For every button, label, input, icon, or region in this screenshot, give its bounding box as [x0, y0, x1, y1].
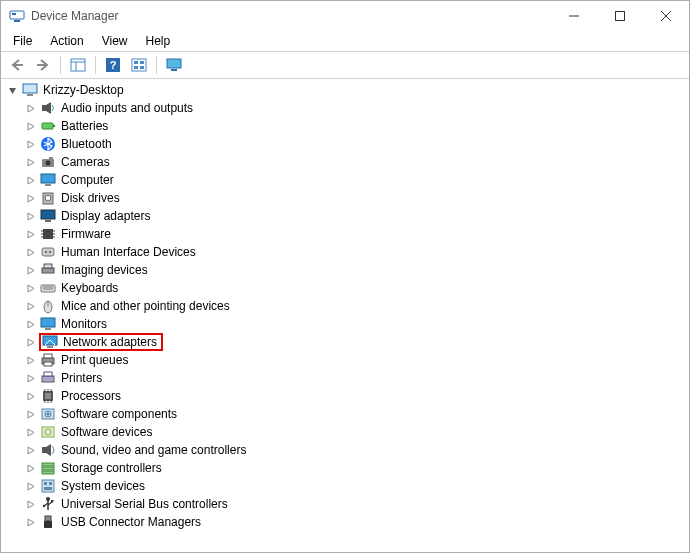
expand-icon[interactable] [23, 263, 37, 277]
help-button[interactable]: ? [101, 54, 125, 76]
tree-item-label: Bluetooth [61, 137, 112, 151]
expand-icon[interactable] [23, 209, 37, 223]
tree-item[interactable]: Computer [3, 171, 689, 189]
tree-item[interactable]: USB Connector Managers [3, 513, 689, 531]
expand-icon[interactable] [23, 515, 37, 529]
expand-icon[interactable] [23, 119, 37, 133]
highlight-box: Network adapters [39, 333, 163, 351]
tree-item[interactable]: System devices [3, 477, 689, 495]
tree-item[interactable]: Display adapters [3, 207, 689, 225]
tree-item-label: Software devices [61, 425, 152, 439]
bluetooth-icon [39, 136, 57, 152]
tree-item[interactable]: Keyboards [3, 279, 689, 297]
expand-icon[interactable] [23, 191, 37, 205]
storage-icon [39, 460, 57, 476]
computer-icon [21, 82, 39, 98]
tree-item[interactable]: Imaging devices [3, 261, 689, 279]
expand-icon[interactable] [23, 335, 37, 349]
tree-item-label: Storage controllers [61, 461, 162, 475]
expand-icon[interactable] [23, 173, 37, 187]
expand-icon[interactable] [23, 101, 37, 115]
tree-item-label: Printers [61, 371, 102, 385]
tree-item-label: Audio inputs and outputs [61, 101, 193, 115]
expand-icon[interactable] [23, 497, 37, 511]
title-bar: Device Manager [1, 1, 689, 31]
tree-item[interactable]: Network adapters [3, 333, 689, 351]
tree-item[interactable]: Cameras [3, 153, 689, 171]
tree-item[interactable]: Software devices [3, 423, 689, 441]
menu-action[interactable]: Action [42, 32, 91, 50]
network-icon [41, 334, 59, 350]
tree-item[interactable]: Human Interface Devices [3, 243, 689, 261]
tree-root[interactable]: Krizzy-Desktop [3, 81, 689, 99]
menu-help[interactable]: Help [138, 32, 179, 50]
tree-item[interactable]: Mice and other pointing devices [3, 297, 689, 315]
software-icon [39, 406, 57, 422]
menu-view[interactable]: View [94, 32, 136, 50]
tree-item-label: Software components [61, 407, 177, 421]
menu-file[interactable]: File [5, 32, 40, 50]
sound-icon [39, 442, 57, 458]
expand-icon[interactable] [23, 227, 37, 241]
show-monitor-button[interactable] [162, 54, 186, 76]
tree-item[interactable]: Processors [3, 387, 689, 405]
expand-icon[interactable] [23, 317, 37, 331]
device-tree[interactable]: Krizzy-Desktop Audio inputs and outputsB… [1, 79, 689, 552]
expand-icon[interactable] [23, 407, 37, 421]
hid-icon [39, 244, 57, 260]
expand-icon[interactable] [23, 299, 37, 313]
tree-item[interactable]: Disk drives [3, 189, 689, 207]
expand-icon[interactable] [23, 479, 37, 493]
disk-icon [39, 190, 57, 206]
tree-item[interactable]: Bluetooth [3, 135, 689, 153]
printer-icon [39, 352, 57, 368]
tree-item-label: Network adapters [63, 335, 157, 349]
tree-item[interactable]: Universal Serial Bus controllers [3, 495, 689, 513]
tree-item-label: System devices [61, 479, 145, 493]
expand-icon[interactable] [23, 371, 37, 385]
svg-rect-1 [12, 13, 16, 15]
view-options-button[interactable] [127, 54, 151, 76]
expand-icon[interactable] [23, 461, 37, 475]
minimize-button[interactable] [551, 1, 597, 31]
expand-icon[interactable] [23, 425, 37, 439]
expand-icon[interactable] [23, 137, 37, 151]
window-controls [551, 1, 689, 31]
usbconn-icon [39, 514, 57, 530]
tree-item-label: Human Interface Devices [61, 245, 196, 259]
tree-item[interactable]: Print queues [3, 351, 689, 369]
display-icon [39, 208, 57, 224]
tree-item[interactable]: Printers [3, 369, 689, 387]
expand-icon[interactable] [23, 155, 37, 169]
tree-item[interactable]: Batteries [3, 117, 689, 135]
window-title: Device Manager [31, 9, 118, 23]
tree-item-label: Disk drives [61, 191, 120, 205]
properties-button[interactable] [66, 54, 90, 76]
app-icon [9, 8, 25, 24]
back-button[interactable] [5, 54, 29, 76]
tree-item[interactable]: Firmware [3, 225, 689, 243]
tree-item-label: Universal Serial Bus controllers [61, 497, 228, 511]
tree-item[interactable]: Storage controllers [3, 459, 689, 477]
expand-icon[interactable] [23, 389, 37, 403]
tree-item-label: Display adapters [61, 209, 150, 223]
battery-icon [39, 118, 57, 134]
tree-item[interactable]: Monitors [3, 315, 689, 333]
usb-icon [39, 496, 57, 512]
tree-item[interactable]: Audio inputs and outputs [3, 99, 689, 117]
maximize-button[interactable] [597, 1, 643, 31]
expand-icon[interactable] [23, 443, 37, 457]
tree-item-label: Computer [61, 173, 114, 187]
expand-icon[interactable] [23, 353, 37, 367]
mouse-icon [39, 298, 57, 314]
expand-icon[interactable] [23, 245, 37, 259]
expand-icon[interactable] [23, 281, 37, 295]
menu-bar: File Action View Help [1, 31, 689, 51]
svg-rect-14 [132, 59, 146, 71]
svg-rect-15 [134, 61, 138, 64]
tree-item[interactable]: Software components [3, 405, 689, 423]
close-button[interactable] [643, 1, 689, 31]
forward-button[interactable] [31, 54, 55, 76]
tree-item[interactable]: Sound, video and game controllers [3, 441, 689, 459]
collapse-icon[interactable] [5, 83, 19, 97]
